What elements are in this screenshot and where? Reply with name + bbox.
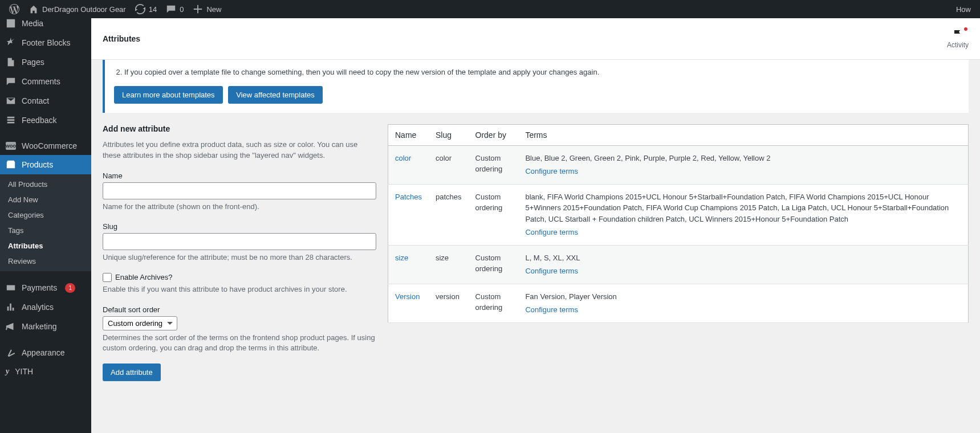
attr-name-link[interactable]: Patches xyxy=(395,193,422,201)
archives-checkbox-label[interactable]: Enable Archives? xyxy=(103,273,376,283)
attr-name-link[interactable]: size xyxy=(395,254,408,262)
table-row: PatchespatchesCustom orderingblank, FIFA… xyxy=(388,184,969,245)
sidebar-item-analytics[interactable]: Analytics xyxy=(0,297,91,317)
attr-slug: version xyxy=(429,284,469,322)
slug-help: Unique slug/reference for the attribute;… xyxy=(103,252,376,263)
template-notice: If you copied over a template file to ch… xyxy=(103,60,969,113)
sidebar-item-yith[interactable]: yYITH xyxy=(0,362,91,381)
sort-label: Default sort order xyxy=(103,305,376,314)
sub-categories[interactable]: Categories xyxy=(0,207,91,223)
sidebar-item-feedback[interactable]: Feedback xyxy=(0,111,91,130)
attributes-table: Name Slug Order by Terms colorcolorCusto… xyxy=(388,124,969,323)
archives-checkbox[interactable] xyxy=(103,273,112,282)
configure-terms-link[interactable]: Configure terms xyxy=(525,304,961,316)
name-label: Name xyxy=(103,171,376,180)
sub-tags[interactable]: Tags xyxy=(0,223,91,238)
sort-help: Determines the sort order of the terms o… xyxy=(103,333,376,353)
products-submenu: All Products Add New Categories Tags Att… xyxy=(0,174,91,271)
sidebar-item-comments[interactable]: Comments xyxy=(0,72,91,91)
th-name[interactable]: Name xyxy=(388,124,429,145)
form-heading: Add new attribute xyxy=(103,124,376,133)
attr-slug: patches xyxy=(429,184,469,245)
table-row: VersionversionCustom orderingFan Version… xyxy=(388,284,969,322)
sub-all-products[interactable]: All Products xyxy=(0,177,91,192)
comments-link[interactable]: 0 xyxy=(161,0,188,18)
sub-reviews[interactable]: Reviews xyxy=(0,254,91,269)
woo-icon: woo xyxy=(6,142,16,150)
payments-badge: 1 xyxy=(65,283,75,293)
slug-input[interactable] xyxy=(103,233,376,250)
attr-terms: blank, FIFA World Champions 2015+UCL Hon… xyxy=(525,193,949,223)
sidebar-item-footer-blocks[interactable]: Footer Blocks xyxy=(0,33,91,52)
th-terms[interactable]: Terms xyxy=(518,124,968,145)
page-title: Attributes xyxy=(103,34,140,43)
slug-label: Slug xyxy=(103,222,376,231)
howdy[interactable]: How xyxy=(951,0,975,18)
name-input[interactable] xyxy=(103,182,376,199)
attr-order: Custom ordering xyxy=(469,284,519,322)
sort-select[interactable]: Custom ordering xyxy=(103,316,177,330)
site-name: DerDragon Outdoor Gear xyxy=(42,5,126,14)
new-label: New xyxy=(206,5,221,14)
sub-attributes[interactable]: Attributes xyxy=(0,238,91,254)
yith-icon: y xyxy=(6,367,9,376)
view-affected-button[interactable]: View affected templates xyxy=(228,86,323,104)
attr-name-link[interactable]: color xyxy=(395,154,411,162)
wp-logo[interactable] xyxy=(5,0,24,18)
sidebar-item-products[interactable]: Products xyxy=(0,155,91,174)
updates-link[interactable]: 14 xyxy=(131,0,161,18)
attr-order: Custom ordering xyxy=(469,184,519,245)
configure-terms-link[interactable]: Configure terms xyxy=(525,265,961,277)
attr-slug: size xyxy=(429,245,469,284)
learn-more-button[interactable]: Learn more about templates xyxy=(114,86,223,104)
form-intro: Attributes let you define extra product … xyxy=(103,139,376,161)
attr-terms: Fan Version, Player Version xyxy=(525,292,616,301)
attr-terms: L, M, S, XL, XXL xyxy=(525,254,580,262)
flag-icon xyxy=(952,28,963,40)
sidebar-item-marketing[interactable]: Marketing xyxy=(0,317,91,336)
sidebar-item-media[interactable]: Media xyxy=(0,18,91,33)
configure-terms-link[interactable]: Configure terms xyxy=(525,166,961,177)
sidebar-item-woocommerce[interactable]: wooWooCommerce xyxy=(0,137,91,155)
name-help: Name for the attribute (shown on the fro… xyxy=(103,202,376,212)
sidebar-item-payments[interactable]: Payments1 xyxy=(0,278,91,297)
table-row: sizesizeCustom orderingL, M, S, XL, XXLC… xyxy=(388,245,969,284)
attr-order: Custom ordering xyxy=(469,245,519,284)
configure-terms-link[interactable]: Configure terms xyxy=(525,227,961,238)
add-attribute-button[interactable]: Add attribute xyxy=(103,363,161,381)
sub-add-new[interactable]: Add New xyxy=(0,192,91,207)
attr-slug: color xyxy=(429,145,469,184)
sidebar-item-pages[interactable]: Pages xyxy=(0,52,91,72)
updates-count: 14 xyxy=(149,5,157,14)
attr-order: Custom ordering xyxy=(469,145,519,184)
th-order[interactable]: Order by xyxy=(469,124,519,145)
comments-count: 0 xyxy=(180,5,184,14)
th-slug[interactable]: Slug xyxy=(429,124,469,145)
table-row: colorcolorCustom orderingBlue, Blue 2, G… xyxy=(388,145,969,184)
sidebar-item-appearance[interactable]: Appearance xyxy=(0,343,91,362)
attr-name-link[interactable]: Version xyxy=(395,292,420,301)
archives-help: Enable this if you want this attribute t… xyxy=(103,284,376,295)
site-name-link[interactable]: DerDragon Outdoor Gear xyxy=(24,0,131,18)
notice-item-2: If you copied over a template file to ch… xyxy=(124,67,959,78)
new-link[interactable]: New xyxy=(188,0,226,18)
attr-terms: Blue, Blue 2, Green, Green 2, Pink, Purp… xyxy=(525,154,770,162)
sidebar-item-contact[interactable]: Contact xyxy=(0,91,91,111)
activity-button[interactable]: Activity xyxy=(947,28,969,49)
